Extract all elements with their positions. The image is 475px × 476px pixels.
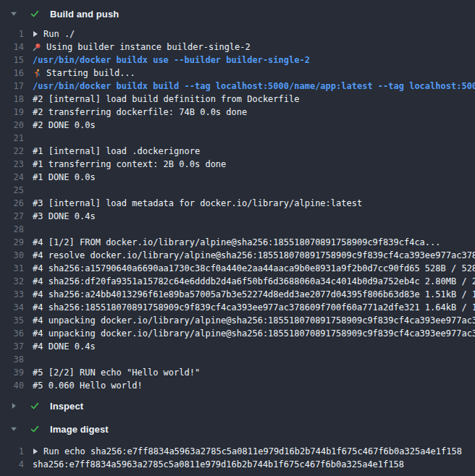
log-line: 34 #4 sha256:185518070891758909c9f839cf4… xyxy=(0,301,475,314)
log-line-content: #1 transferring context: 2B 0.0s done xyxy=(33,158,475,171)
line-number-link[interactable]: 29 xyxy=(0,236,24,249)
line-number-link[interactable]: 26 xyxy=(0,197,24,210)
log-line: 16 Starting build... xyxy=(0,67,475,80)
log-line: 29 #4 [1/2] FROM docker.io/library/alpin… xyxy=(0,236,475,249)
log-text: #3 DONE 0.4s xyxy=(33,210,96,223)
log-text: /usr/bin/docker buildx build --tag local… xyxy=(33,80,475,93)
log-line: 28 xyxy=(0,223,475,236)
log-line: 14 Using builder instance builder-single… xyxy=(0,41,475,54)
log-text: #2 [internal] load build definition from… xyxy=(33,93,299,106)
section-header-image-digest[interactable]: Image digest xyxy=(0,420,475,438)
line-number-link[interactable]: 20 xyxy=(0,119,24,132)
play-icon[interactable] xyxy=(33,30,38,38)
line-number-link[interactable]: 24 xyxy=(0,171,24,184)
log-line-content: Using builder instance builder-single-2 xyxy=(33,41,475,54)
log-line: 26 #3 [internal] load metadata for docke… xyxy=(0,197,475,210)
log-line: 21 xyxy=(0,132,475,145)
line-number-link[interactable]: 38 xyxy=(0,353,24,366)
caret-box xyxy=(9,10,19,17)
section-header-inspect[interactable]: Inspect xyxy=(0,396,475,415)
pushpin-icon xyxy=(33,43,41,51)
log-text: sha256:e7ff8834a5963a2785c5a0811e979d16b… xyxy=(33,458,404,471)
line-number-link[interactable]: 18 xyxy=(0,93,24,106)
line-number-link[interactable]: 4 xyxy=(0,458,24,471)
log-line-content: Starting build... xyxy=(33,67,475,80)
log-text: #1 DONE 0.0s xyxy=(33,171,96,184)
line-number-link[interactable]: 22 xyxy=(0,145,24,158)
caret-down-icon xyxy=(10,10,17,17)
log-text: #5 [2/2] RUN echo "Hello world!" xyxy=(33,366,200,379)
log-line: 40 #5 0.060 Hello world! xyxy=(0,379,475,392)
log-line: 39 #5 [2/2] RUN echo "Hello world!" xyxy=(0,366,475,379)
line-number-link[interactable]: 33 xyxy=(0,288,24,301)
log-text: #4 sha256:185518070891758909c9f839cf4ca3… xyxy=(33,301,475,314)
log-line: 4 sha256:e7ff8834a5963a2785c5a0811e979d1… xyxy=(0,458,475,471)
log-text: #1 [internal] load .dockerignore xyxy=(33,145,200,158)
log-text: #2 transferring dockerfile: 74B 0.0s don… xyxy=(33,106,247,119)
line-number-link[interactable]: 21 xyxy=(0,132,24,145)
line-number-link[interactable]: 36 xyxy=(0,327,24,340)
log-line-content: #1 [internal] load .dockerignore xyxy=(33,145,475,158)
line-number-link[interactable]: 1 xyxy=(0,27,24,41)
log-line-content: #1 DONE 0.0s xyxy=(33,171,475,184)
log-line-content: /usr/bin/docker buildx build --tag local… xyxy=(33,80,475,93)
log-line-content: #2 [internal] load build definition from… xyxy=(33,93,475,106)
caret-right-icon xyxy=(10,402,17,409)
line-number-link[interactable]: 14 xyxy=(0,41,24,54)
log-text: /usr/bin/docker buildx use --builder bui… xyxy=(33,54,310,67)
log-text: #5 0.060 Hello world! xyxy=(33,379,143,392)
log-section: Image digest 1 Run echo sha256:e7ff8834a… xyxy=(0,420,475,474)
line-number-link[interactable]: 40 xyxy=(0,379,24,392)
line-number-link[interactable]: 30 xyxy=(0,249,24,262)
log-line-content: #2 DONE 0.0s xyxy=(33,119,475,132)
log-line: 32 #4 sha256:df20fa9351a15782c64e6dddb2d… xyxy=(0,275,475,288)
log-line-content: #4 DONE 0.4s xyxy=(33,340,475,353)
log-line: 31 #4 sha256:a15790640a6690aa1730c38cf0a… xyxy=(0,262,475,275)
log-text: Run echo sha256:e7ff8834a5963a2785c5a081… xyxy=(43,445,462,458)
log-text: #4 DONE 0.4s xyxy=(33,340,96,353)
log-line-content: #3 DONE 0.4s xyxy=(33,210,475,223)
log-lines: 1 Run ./ 14 Using builder xyxy=(0,23,475,395)
section-header-build-and-push[interactable]: Build and push xyxy=(0,4,475,23)
line-number-link[interactable]: 23 xyxy=(0,158,24,171)
line-number-link[interactable]: 25 xyxy=(0,184,24,197)
log-line-content: #2 transferring dockerfile: 74B 0.0s don… xyxy=(33,106,475,119)
log-text: #4 sha256:a24bb4013296f61e89ba57005a7b3e… xyxy=(33,288,475,301)
line-number-link[interactable]: 35 xyxy=(0,314,24,327)
line-number-link[interactable]: 19 xyxy=(0,106,24,119)
log-line: 38 xyxy=(0,353,475,366)
line-number-link[interactable]: 31 xyxy=(0,262,24,275)
log-line-content: #4 [1/2] FROM docker.io/library/alpine@s… xyxy=(33,236,475,249)
line-number-link[interactable]: 37 xyxy=(0,340,24,353)
check-icon xyxy=(29,401,41,411)
line-number-link[interactable]: 27 xyxy=(0,210,24,223)
log-line: 25 xyxy=(0,184,475,197)
line-number-link[interactable]: 1 xyxy=(0,445,24,458)
line-number-link[interactable]: 15 xyxy=(0,54,24,67)
log-line-content: #4 sha256:a24bb4013296f61e89ba57005a7b3e… xyxy=(33,288,475,301)
caret-box xyxy=(9,402,19,409)
line-number-link[interactable]: 39 xyxy=(0,366,24,379)
line-number-link[interactable]: 16 xyxy=(0,67,24,80)
line-number-link[interactable]: 32 xyxy=(0,275,24,288)
log-text: #4 resolve docker.io/library/alpine@sha2… xyxy=(33,249,475,262)
log-text: #4 unpacking docker.io/library/alpine@sh… xyxy=(33,314,475,327)
log-text: #4 sha256:a15790640a6690aa1730c38cf0a440… xyxy=(33,262,475,275)
log-line-content: #5 [2/2] RUN echo "Hello world!" xyxy=(33,366,475,379)
log-line-content: #4 resolve docker.io/library/alpine@sha2… xyxy=(33,249,475,262)
log-viewer: Build and push 1 Run ./ 14 xyxy=(0,4,475,474)
log-line-content: Run ./ xyxy=(33,27,475,41)
log-line: 17 /usr/bin/docker buildx build --tag lo… xyxy=(0,80,475,93)
log-text: #2 DONE 0.0s xyxy=(33,119,96,132)
log-line-content: /usr/bin/docker buildx use --builder bui… xyxy=(33,54,475,67)
log-text: #4 unpacking docker.io/library/alpine@sh… xyxy=(33,327,475,340)
log-line: 22 #1 [internal] load .dockerignore xyxy=(0,145,475,158)
log-line: 24 #1 DONE 0.0s xyxy=(0,171,475,184)
play-icon[interactable] xyxy=(33,448,38,455)
log-section: Inspect xyxy=(0,396,475,415)
log-line: 37 #4 DONE 0.4s xyxy=(0,340,475,353)
line-number-link[interactable]: 17 xyxy=(0,80,24,93)
line-number-link[interactable]: 28 xyxy=(0,223,24,236)
log-line-content: #3 [internal] load metadata for docker.i… xyxy=(33,197,475,210)
line-number-link[interactable]: 34 xyxy=(0,301,24,314)
